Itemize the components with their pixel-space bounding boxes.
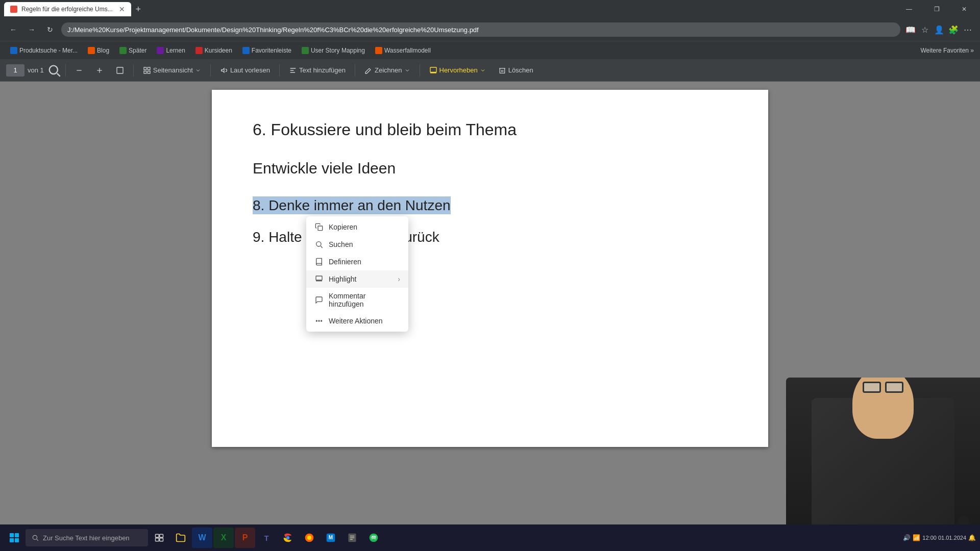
app2-button[interactable] — [342, 528, 362, 548]
menu-item-suchen[interactable]: Suchen — [306, 236, 408, 253]
draw-button[interactable]: Zeichnen — [359, 63, 415, 78]
address-bar: ← → ↻ 📖 ☆ 👤 🧩 ⋯ — [0, 18, 980, 41]
minimize-button[interactable]: — — [897, 2, 921, 16]
bookmark-blog[interactable]: Blog — [84, 46, 113, 55]
reader-icon[interactable]: 📖 — [904, 23, 917, 36]
copy-icon — [314, 222, 324, 232]
star-icon[interactable]: ☆ — [919, 23, 931, 36]
bookmark-icon — [375, 47, 382, 54]
svg-rect-20 — [10, 533, 14, 537]
taskbar-search-box[interactable]: Zur Suche Text hier eingeben — [26, 529, 148, 546]
svg-rect-23 — [15, 538, 19, 542]
svg-rect-9 — [148, 71, 150, 73]
taskbar-pinned-icons: W X P T M — [149, 528, 384, 548]
taskbar: Zur Suche Text hier eingeben W X P T — [0, 524, 980, 551]
url-input[interactable] — [61, 22, 900, 37]
word-button[interactable]: W — [192, 528, 212, 548]
refresh-button[interactable]: ↻ — [43, 22, 57, 37]
svg-point-17 — [316, 320, 317, 321]
svg-rect-27 — [160, 534, 163, 537]
bookmark-produktsuche[interactable]: Produktsuche - Mer... — [6, 46, 82, 55]
svg-point-24 — [33, 535, 37, 539]
bookmark-kursideen[interactable]: Kursideen — [191, 46, 236, 55]
search-button[interactable] — [47, 63, 61, 78]
svg-rect-5 — [117, 67, 123, 73]
file-explorer-button[interactable] — [170, 528, 191, 548]
taskview-button[interactable] — [149, 528, 169, 548]
bookmark-icon — [157, 47, 164, 54]
tab-title: Regeln für die erfolgreiche Ums... — [21, 6, 113, 13]
page-total: von 1 — [28, 66, 44, 74]
start-button[interactable] — [4, 528, 24, 548]
bookmark-favoritenleiste[interactable]: Favoritenleiste — [238, 46, 296, 55]
bookmark-lernen[interactable]: Lernen — [153, 46, 189, 55]
delete-button[interactable]: Löschen — [493, 63, 538, 78]
bookmark-später[interactable]: Später — [115, 46, 151, 55]
svg-line-25 — [37, 539, 38, 541]
bookmark-userstory[interactable]: User Story Mapping — [298, 46, 369, 55]
restore-button[interactable]: ❐ — [925, 2, 948, 16]
tab-favicon — [10, 6, 17, 13]
fit-page-button[interactable] — [111, 63, 129, 78]
app1-button[interactable]: M — [321, 528, 341, 548]
spotify-button[interactable] — [363, 528, 384, 548]
svg-rect-22 — [10, 538, 14, 542]
svg-line-1 — [57, 73, 60, 76]
svg-rect-28 — [156, 538, 159, 541]
bookmark-icon — [88, 47, 95, 54]
svg-text:M: M — [329, 535, 333, 540]
svg-line-14 — [321, 246, 322, 247]
page-view-button[interactable]: Seitenansicht — [138, 63, 206, 78]
title-bar: Regeln für die erfolgreiche Ums... ✕ + —… — [0, 0, 980, 18]
svg-rect-7 — [148, 67, 150, 70]
chrome-button[interactable] — [278, 528, 298, 548]
address-icons: 📖 ☆ 👤 🧩 ⋯ — [904, 23, 974, 36]
menu-item-kopieren[interactable]: Kopieren — [306, 218, 408, 236]
bookmark-wasserfall[interactable]: Wasserfallmodell — [371, 46, 435, 55]
more-icon — [314, 316, 324, 325]
excel-button[interactable]: X — [213, 528, 234, 548]
zoom-in-button[interactable] — [90, 63, 109, 78]
highlight-button[interactable]: Hervorheben — [424, 63, 491, 78]
svg-rect-6 — [144, 67, 146, 70]
svg-point-0 — [49, 65, 57, 73]
more-bookmarks[interactable]: Weitere Favoriten » — [921, 47, 974, 54]
bookmarks-bar: Produktsuche - Mer... Blog Später Lernen… — [0, 41, 980, 59]
bookmark-icon — [195, 47, 203, 54]
menu-item-weitere-aktionen[interactable]: Weitere Aktionen — [306, 312, 408, 330]
menu-item-kommentar[interactable]: Kommentar hinzufügen — [306, 288, 408, 312]
tab-close-button[interactable]: ✕ — [119, 5, 125, 13]
comment-icon — [314, 295, 324, 305]
bookmark-icon — [242, 47, 250, 54]
profile-icon[interactable]: 👤 — [933, 23, 945, 36]
browser2-button[interactable] — [299, 528, 320, 548]
read-aloud-button[interactable]: Laut vorlesen — [215, 63, 275, 78]
bookmark-icon — [10, 47, 17, 54]
menu-item-highlight[interactable]: Highlight › — [306, 270, 408, 288]
extension-icon[interactable]: 🧩 — [947, 23, 960, 36]
back-button[interactable]: ← — [6, 22, 20, 37]
bookmark-icon — [119, 47, 127, 54]
svg-point-18 — [318, 320, 320, 321]
teams-button[interactable]: T — [256, 528, 277, 548]
add-text-button[interactable]: Text hinzufügen — [284, 63, 351, 78]
svg-rect-26 — [156, 534, 159, 537]
svg-rect-29 — [160, 538, 163, 541]
pdf-page: 6. Fokussiere und bleib beim Thema Entwi… — [212, 90, 768, 447]
menu-item-definieren[interactable]: Definieren — [306, 253, 408, 270]
pdf-subheading: Entwickle viele Ideen — [253, 160, 727, 177]
new-tab-button[interactable]: + — [131, 2, 145, 16]
pdf-heading-6: 6. Fokussiere und bleib beim Thema — [253, 120, 727, 139]
active-tab[interactable]: Regeln für die erfolgreiche Ums... ✕ — [4, 2, 131, 16]
forward-button[interactable]: → — [24, 22, 39, 37]
svg-rect-15 — [316, 276, 322, 280]
powerpoint-button[interactable]: P — [235, 528, 255, 548]
settings-icon[interactable]: ⋯ — [962, 23, 974, 36]
zoom-out-button[interactable] — [70, 63, 88, 78]
highlight-icon — [314, 274, 324, 284]
context-menu: Kopieren Suchen Definieren — [306, 216, 408, 332]
page-number-input[interactable] — [6, 64, 24, 77]
search-icon — [314, 240, 324, 249]
close-button[interactable]: ✕ — [952, 2, 976, 16]
bookmark-icon — [302, 47, 309, 54]
